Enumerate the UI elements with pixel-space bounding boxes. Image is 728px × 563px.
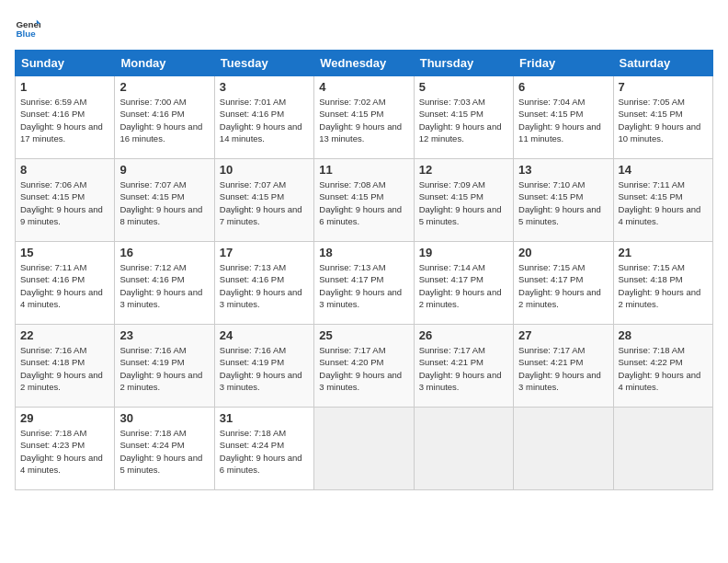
day-header-wednesday: Wednesday <box>314 51 414 76</box>
calendar-cell: 10Sunrise: 7:07 AMSunset: 4:15 PMDayligh… <box>214 159 313 242</box>
day-number: 6 <box>518 80 608 94</box>
calendar-cell: 3Sunrise: 7:01 AMSunset: 4:16 PMDaylight… <box>214 76 313 159</box>
day-number: 16 <box>119 246 209 259</box>
day-number: 8 <box>20 163 109 177</box>
day-info: Sunrise: 7:13 AMSunset: 4:17 PMDaylight:… <box>319 261 408 310</box>
calendar-cell: 14Sunrise: 7:11 AMSunset: 4:15 PMDayligh… <box>613 159 712 242</box>
calendar-cell <box>314 408 414 490</box>
day-info: Sunrise: 7:07 AMSunset: 4:15 PMDaylight:… <box>119 178 209 227</box>
day-number: 26 <box>419 328 508 342</box>
calendar-table: SundayMondayTuesdayWednesdayThursdayFrid… <box>15 50 713 490</box>
logo-icon: General Blue <box>15 15 40 40</box>
calendar-cell: 6Sunrise: 7:04 AMSunset: 4:15 PMDaylight… <box>514 76 613 159</box>
calendar-cell: 7Sunrise: 7:05 AMSunset: 4:15 PMDaylight… <box>613 76 712 159</box>
day-info: Sunrise: 7:14 AMSunset: 4:17 PMDaylight:… <box>419 261 508 310</box>
calendar-cell: 11Sunrise: 7:08 AMSunset: 4:15 PMDayligh… <box>314 159 414 242</box>
day-info: Sunrise: 7:16 AMSunset: 4:19 PMDaylight:… <box>119 344 209 393</box>
calendar-cell: 4Sunrise: 7:02 AMSunset: 4:15 PMDaylight… <box>314 76 414 159</box>
calendar-cell: 21Sunrise: 7:15 AMSunset: 4:18 PMDayligh… <box>613 242 712 325</box>
day-number: 25 <box>319 328 408 342</box>
calendar-cell <box>613 408 712 490</box>
day-number: 20 <box>518 246 608 259</box>
day-info: Sunrise: 7:07 AMSunset: 4:15 PMDaylight:… <box>220 178 309 227</box>
day-number: 18 <box>319 246 408 259</box>
day-number: 10 <box>220 163 309 177</box>
day-number: 23 <box>119 328 209 342</box>
day-info: Sunrise: 7:00 AMSunset: 4:16 PMDaylight:… <box>119 96 209 144</box>
day-number: 13 <box>518 163 608 177</box>
calendar-cell: 16Sunrise: 7:12 AMSunset: 4:16 PMDayligh… <box>115 242 214 325</box>
calendar-cell: 9Sunrise: 7:07 AMSunset: 4:15 PMDaylight… <box>115 159 214 242</box>
calendar-cell <box>514 408 613 490</box>
day-number: 30 <box>119 411 209 425</box>
calendar-cell: 5Sunrise: 7:03 AMSunset: 4:15 PMDaylight… <box>414 76 513 159</box>
calendar-cell: 22Sunrise: 7:16 AMSunset: 4:18 PMDayligh… <box>16 325 115 408</box>
day-number: 5 <box>419 80 508 94</box>
calendar-week-row: 22Sunrise: 7:16 AMSunset: 4:18 PMDayligh… <box>16 325 713 408</box>
calendar-cell: 1Sunrise: 6:59 AMSunset: 4:16 PMDaylight… <box>16 76 115 159</box>
day-info: Sunrise: 7:08 AMSunset: 4:15 PMDaylight:… <box>319 178 408 227</box>
calendar-cell: 12Sunrise: 7:09 AMSunset: 4:15 PMDayligh… <box>414 159 513 242</box>
day-info: Sunrise: 7:17 AMSunset: 4:21 PMDaylight:… <box>518 344 608 393</box>
calendar-cell: 31Sunrise: 7:18 AMSunset: 4:24 PMDayligh… <box>214 408 313 490</box>
day-number: 27 <box>518 328 608 342</box>
day-info: Sunrise: 7:02 AMSunset: 4:15 PMDaylight:… <box>319 96 408 144</box>
day-number: 9 <box>119 163 209 177</box>
day-number: 15 <box>20 246 109 259</box>
calendar-cell: 24Sunrise: 7:16 AMSunset: 4:19 PMDayligh… <box>214 325 313 408</box>
day-info: Sunrise: 7:18 AMSunset: 4:23 PMDaylight:… <box>20 427 109 476</box>
calendar-cell: 26Sunrise: 7:17 AMSunset: 4:21 PMDayligh… <box>414 325 513 408</box>
day-number: 3 <box>220 80 309 94</box>
day-info: Sunrise: 7:05 AMSunset: 4:15 PMDaylight:… <box>619 96 708 144</box>
calendar-week-row: 15Sunrise: 7:11 AMSunset: 4:16 PMDayligh… <box>16 242 713 325</box>
day-number: 28 <box>619 328 708 342</box>
day-info: Sunrise: 7:16 AMSunset: 4:19 PMDaylight:… <box>220 344 309 393</box>
day-header-tuesday: Tuesday <box>214 51 313 76</box>
day-info: Sunrise: 6:59 AMSunset: 4:16 PMDaylight:… <box>20 96 109 144</box>
day-info: Sunrise: 7:15 AMSunset: 4:17 PMDaylight:… <box>518 261 608 310</box>
day-header-sunday: Sunday <box>16 51 115 76</box>
day-info: Sunrise: 7:16 AMSunset: 4:18 PMDaylight:… <box>20 344 109 393</box>
day-info: Sunrise: 7:18 AMSunset: 4:22 PMDaylight:… <box>619 344 708 393</box>
calendar-cell: 30Sunrise: 7:18 AMSunset: 4:24 PMDayligh… <box>115 408 214 490</box>
day-info: Sunrise: 7:11 AMSunset: 4:15 PMDaylight:… <box>619 178 708 227</box>
calendar-week-row: 29Sunrise: 7:18 AMSunset: 4:23 PMDayligh… <box>16 408 713 490</box>
day-info: Sunrise: 7:17 AMSunset: 4:21 PMDaylight:… <box>419 344 508 393</box>
calendar-cell: 28Sunrise: 7:18 AMSunset: 4:22 PMDayligh… <box>613 325 712 408</box>
day-number: 31 <box>220 411 309 425</box>
day-number: 4 <box>319 80 408 94</box>
day-info: Sunrise: 7:03 AMSunset: 4:15 PMDaylight:… <box>419 96 508 144</box>
calendar-cell: 13Sunrise: 7:10 AMSunset: 4:15 PMDayligh… <box>514 159 613 242</box>
day-number: 12 <box>419 163 508 177</box>
calendar-cell: 15Sunrise: 7:11 AMSunset: 4:16 PMDayligh… <box>16 242 115 325</box>
day-info: Sunrise: 7:18 AMSunset: 4:24 PMDaylight:… <box>119 427 209 476</box>
calendar-week-row: 8Sunrise: 7:06 AMSunset: 4:15 PMDaylight… <box>16 159 713 242</box>
day-number: 24 <box>220 328 309 342</box>
day-info: Sunrise: 7:06 AMSunset: 4:15 PMDaylight:… <box>20 178 109 227</box>
calendar-cell: 18Sunrise: 7:13 AMSunset: 4:17 PMDayligh… <box>314 242 414 325</box>
calendar-header: SundayMondayTuesdayWednesdayThursdayFrid… <box>16 51 713 76</box>
calendar-cell: 25Sunrise: 7:17 AMSunset: 4:20 PMDayligh… <box>314 325 414 408</box>
calendar-cell: 19Sunrise: 7:14 AMSunset: 4:17 PMDayligh… <box>414 242 513 325</box>
day-info: Sunrise: 7:15 AMSunset: 4:18 PMDaylight:… <box>619 261 708 310</box>
calendar-week-row: 1Sunrise: 6:59 AMSunset: 4:16 PMDaylight… <box>16 76 713 159</box>
day-number: 1 <box>20 80 109 94</box>
day-info: Sunrise: 7:04 AMSunset: 4:15 PMDaylight:… <box>518 96 608 144</box>
calendar-cell: 20Sunrise: 7:15 AMSunset: 4:17 PMDayligh… <box>514 242 613 325</box>
page-header: General Blue <box>15 15 713 40</box>
calendar-cell: 17Sunrise: 7:13 AMSunset: 4:16 PMDayligh… <box>214 242 313 325</box>
calendar-cell: 2Sunrise: 7:00 AMSunset: 4:16 PMDaylight… <box>115 76 214 159</box>
day-info: Sunrise: 7:18 AMSunset: 4:24 PMDaylight:… <box>220 427 309 476</box>
calendar-cell: 23Sunrise: 7:16 AMSunset: 4:19 PMDayligh… <box>115 325 214 408</box>
day-number: 11 <box>319 163 408 177</box>
day-info: Sunrise: 7:12 AMSunset: 4:16 PMDaylight:… <box>119 261 209 310</box>
day-info: Sunrise: 7:17 AMSunset: 4:20 PMDaylight:… <box>319 344 408 393</box>
logo: General Blue <box>15 15 44 40</box>
day-header-monday: Monday <box>115 51 214 76</box>
day-number: 19 <box>419 246 508 259</box>
svg-text:Blue: Blue <box>16 29 36 39</box>
day-number: 17 <box>220 246 309 259</box>
calendar-cell: 29Sunrise: 7:18 AMSunset: 4:23 PMDayligh… <box>16 408 115 490</box>
day-number: 22 <box>20 328 109 342</box>
day-number: 7 <box>619 80 708 94</box>
